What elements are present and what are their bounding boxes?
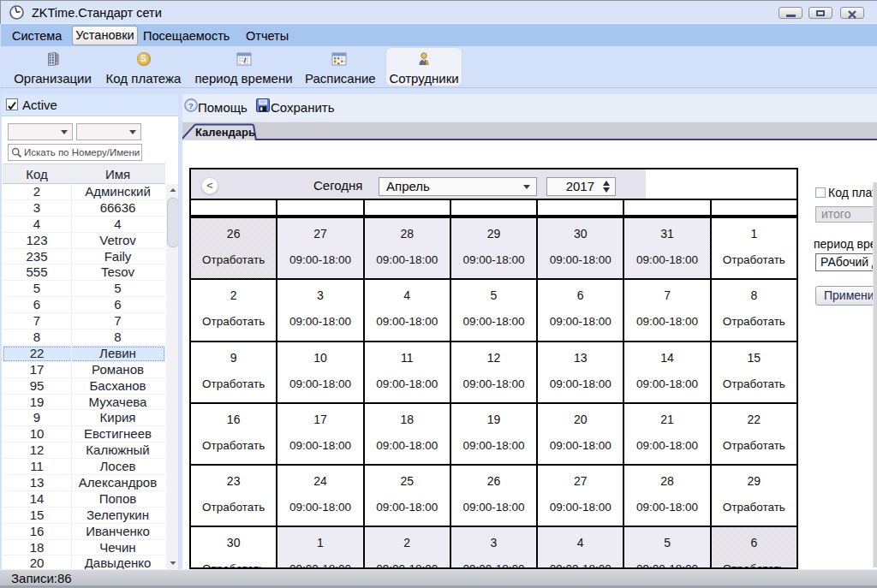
svg-text:S: S [140,53,146,63]
svg-text:?: ? [188,101,194,110]
